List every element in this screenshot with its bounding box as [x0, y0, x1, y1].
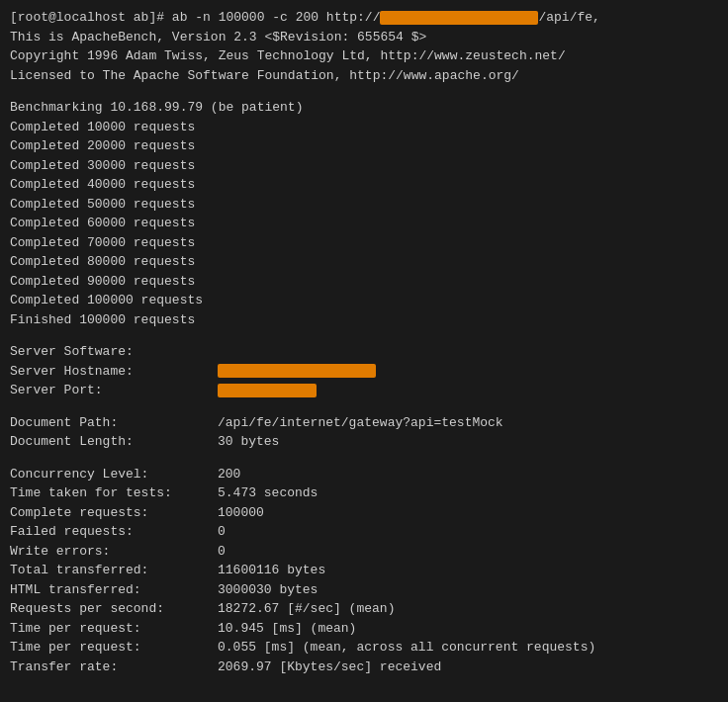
- finished-line: Finished 100000 requests: [10, 310, 718, 330]
- redacted-port: [218, 384, 317, 397]
- server-port-line: Server Port:: [10, 381, 718, 400]
- completed-30000: Completed 30000 requests: [10, 156, 718, 176]
- redacted-hostname: [218, 364, 376, 378]
- write-errors-label: Write errors:: [10, 542, 218, 562]
- time-taken-value: 5.473 seconds: [218, 485, 318, 500]
- server-hostname-label: Server Hostname:: [10, 362, 218, 382]
- total-transferred-value: 11600116 bytes: [218, 563, 325, 577]
- document-path-value: /api/fe/internet/gateway?api=testMock: [218, 415, 503, 430]
- completed-10000: Completed 10000 requests: [10, 118, 718, 137]
- html-transferred-label: HTML transferred:: [10, 580, 218, 600]
- terminal-output: [root@localhost ab]# ab -n 100000 -c 200…: [10, 8, 718, 676]
- complete-requests-line: Complete requests:100000: [10, 503, 718, 523]
- completed-50000: Completed 50000 requests: [10, 195, 718, 215]
- concurrency-label: Concurrency Level:: [10, 465, 218, 484]
- document-path-line: Document Path:/api/fe/internet/gateway?a…: [10, 413, 718, 433]
- total-transferred-line: Total transferred:11600116 bytes: [10, 561, 718, 580]
- transfer-rate-line: Transfer rate:2069.97 [Kbytes/sec] recei…: [10, 658, 718, 677]
- failed-requests-value: 0: [218, 524, 226, 539]
- transfer-rate-label: Transfer rate:: [10, 658, 218, 677]
- benchmarking-line: Benchmarking 10.168.99.79 (be patient): [10, 98, 718, 118]
- concurrency-value: 200: [218, 467, 240, 482]
- time-taken-line: Time taken for tests:5.473 seconds: [10, 483, 718, 503]
- time-per-request2-line: Time per request:0.055 [ms] (mean, acros…: [10, 638, 718, 658]
- transfer-rate-value: 2069.97 [Kbytes/sec] received: [218, 659, 441, 674]
- document-length-value: 30 bytes: [218, 434, 279, 449]
- failed-requests-label: Failed requests:: [10, 522, 218, 542]
- redacted-url: [380, 11, 538, 25]
- concurrency-line: Concurrency Level:200: [10, 465, 718, 484]
- server-hostname-line: Server Hostname:: [10, 362, 718, 382]
- completed-80000: Completed 80000 requests: [10, 252, 718, 272]
- server-software-label: Server Software:: [10, 342, 218, 362]
- document-length-line: Document Length:30 bytes: [10, 432, 718, 452]
- html-transferred-value: 3000030 bytes: [218, 582, 318, 597]
- total-transferred-label: Total transferred:: [10, 561, 218, 580]
- time-per-request-label: Time per request:: [10, 619, 218, 639]
- completed-60000: Completed 60000 requests: [10, 214, 718, 233]
- server-software-line: Server Software:: [10, 342, 718, 362]
- copyright-line: Copyright 1996 Adam Twiss, Zeus Technolo…: [10, 46, 718, 66]
- complete-requests-label: Complete requests:: [10, 503, 218, 523]
- html-transferred-line: HTML transferred:3000030 bytes: [10, 580, 718, 600]
- completed-100000: Completed 100000 requests: [10, 291, 718, 310]
- completed-70000: Completed 70000 requests: [10, 233, 718, 253]
- rps-value: 18272.67 [#/sec] (mean): [218, 601, 395, 616]
- write-errors-value: 0: [218, 544, 226, 559]
- document-length-label: Document Length:: [10, 432, 218, 452]
- completed-90000: Completed 90000 requests: [10, 272, 718, 292]
- server-port-label: Server Port:: [10, 381, 218, 400]
- completed-20000: Completed 20000 requests: [10, 136, 718, 156]
- completed-40000: Completed 40000 requests: [10, 175, 718, 195]
- time-per-request2-label: Time per request:: [10, 638, 218, 658]
- command-line: [root@localhost ab]# ab -n 100000 -c 200…: [10, 8, 718, 28]
- time-per-request-line: Time per request:10.945 [ms] (mean): [10, 619, 718, 639]
- licensed-line: Licensed to The Apache Software Foundati…: [10, 66, 718, 86]
- time-per-request-value: 10.945 [ms] (mean): [218, 621, 356, 636]
- time-per-request2-value: 0.055 [ms] (mean, across all concurrent …: [218, 640, 595, 655]
- prompt-suffix: /api/fe,: [538, 10, 599, 25]
- write-errors-line: Write errors:0: [10, 542, 718, 562]
- apachebench-version: This is ApacheBench, Version 2.3 <$Revis…: [10, 28, 718, 47]
- document-path-label: Document Path:: [10, 413, 218, 433]
- failed-requests-line: Failed requests:0: [10, 522, 718, 542]
- rps-label: Requests per second:: [10, 599, 218, 619]
- rps-line: Requests per second:18272.67 [#/sec] (me…: [10, 599, 718, 619]
- complete-requests-value: 100000: [218, 505, 264, 520]
- prompt-text: [root@localhost ab]# ab -n 100000 -c 200…: [10, 10, 380, 25]
- time-taken-label: Time taken for tests:: [10, 483, 218, 503]
